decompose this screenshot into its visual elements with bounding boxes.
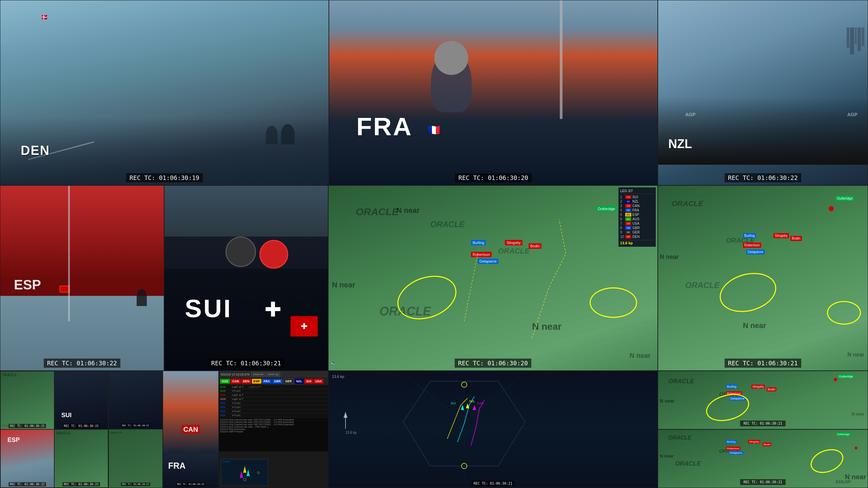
can-label: CAN (181, 425, 200, 434)
ctrl-btn-clock[interactable]: Clock Up (266, 372, 280, 377)
lb-row-8: 8 GB GBR (620, 226, 654, 230)
panel-aerial-bottom-right-1: ORACLE ORACLE N near N near Burling Slin… (658, 371, 868, 429)
lb-row-7: 7 US USA (620, 221, 654, 226)
bbl-bodin: Bodin (767, 387, 776, 391)
nnear-wm-2: N near (396, 206, 419, 215)
fra-small-rec: REC TC: 01:06:30:22 (176, 483, 205, 486)
lb-row-1: 1 CH SUI (620, 195, 654, 199)
flag-fra[interactable]: FRA (262, 379, 272, 384)
flag-aus[interactable]: AUS (220, 379, 230, 384)
nnear-wm-3: N near (532, 321, 561, 332)
bbl2-slingsby: Slingsby (748, 440, 760, 444)
svg-marker-2 (240, 471, 243, 478)
sailgp-wm: SAILGP (835, 480, 851, 484)
bc2-rec: REC TC: 01:06:30:22 (121, 483, 150, 486)
bc-panel-1: REC TC: 01:06:30:22 (109, 371, 162, 429)
bc2-oracle: ORACLE (111, 431, 122, 434)
svg-marker-16 (473, 405, 476, 410)
flag-usa[interactable]: USA (314, 379, 323, 384)
sp4-oracle: ORACLE (56, 431, 71, 435)
lb-row-2: 2 NZ NZL (620, 199, 654, 204)
ctrl-btn-show[interactable]: Show All (251, 372, 265, 377)
panel-map-top: ORACLE ORACLE ORACLE ORACLE N near N nea… (328, 185, 658, 371)
fra-flag: 🇫🇷 (428, 124, 440, 136)
aerial-br1-rec: REC TC: 01:06:30:21 (740, 421, 786, 426)
panel-den: DEN 🇩🇰 REC TC: 01:06:30:19 (0, 0, 329, 185)
flag-sui[interactable]: SUI (304, 379, 313, 384)
race-circle-2 (590, 287, 637, 318)
svg-marker-1 (246, 469, 250, 476)
bbl2-robertson: Robertson (726, 447, 741, 450)
boat-label-bodin: Bodin (529, 243, 541, 249)
sp1-rec: REC TC: 01:06:30:21 (8, 424, 46, 428)
small-grid-container: ORACLE N near REC TC: 01:06:30:21 SUI RE… (0, 371, 108, 488)
oracle-wm-2: ORACLE (430, 220, 465, 229)
svg-text:CAN: CAN (477, 402, 484, 405)
svg-text:SUI: SUI (451, 402, 456, 405)
nzl-boat-label: NZL (668, 137, 692, 151)
nnear-wm-r2: N near (743, 321, 766, 330)
flag-ger[interactable]: GER (283, 379, 294, 384)
boat-marker-br1 (834, 378, 837, 381)
boat-label-r-bodin: Bodin (790, 236, 802, 241)
svg-marker-12 (343, 412, 348, 418)
panel-fra-closeup: FRA 🇫🇷 REC TC: 01:06:30:20 (329, 0, 658, 185)
oracle-wm-1: ORACLE (356, 206, 399, 218)
svg-text:13.6 kp: 13.6 kp (346, 431, 357, 434)
main-layout: DEN 🇩🇰 REC TC: 01:06:30:19 FRA 🇫🇷 REC TC… (0, 0, 868, 488)
svg-text:NZL: NZL (469, 400, 475, 403)
flag-den[interactable]: DEN (241, 379, 251, 384)
boat-marker-br2 (855, 447, 857, 449)
nnear-br1-2: N near (852, 412, 864, 416)
volume-icon[interactable]: 🔈 (330, 360, 336, 365)
sp3-rec: REC TC: 01:06:30:22 (8, 482, 46, 486)
panel-fra-small: FRA REC TC: 01:06:30:22 CAN (163, 371, 219, 488)
nnear-wm-1: N near (332, 281, 355, 289)
svg-point-4 (257, 472, 259, 474)
lb-row-9: 9 DE GER (620, 230, 654, 235)
small-panel-1: ORACLE N near REC TC: 01:06:30:21 (0, 371, 54, 429)
race-circle-r2 (827, 301, 861, 325)
boat-label-burling: Burling (471, 240, 486, 246)
agp-logo-1: AGP (685, 112, 695, 117)
panel-sui-crew: SUI ✚ ✚ REC TC: 01:06:30:21 (164, 185, 328, 371)
nzl-rec-label: REC TC: 01:06:30:22 (725, 173, 801, 182)
boat-label-r-outteridge: Outteridge (835, 196, 854, 201)
lb-row-4: 4 FR FRA (620, 208, 654, 212)
boat-label-r-slingsby: Slingsby (773, 233, 789, 238)
sp3-boat-label: ESP (7, 436, 20, 444)
oracle-br1-1: ORACLE (668, 378, 694, 385)
sui-crew-rec-label: REC TC: 01:06:30:21 (208, 359, 284, 368)
flag-esp[interactable]: ESP (252, 379, 261, 384)
small-panel-4: ORACLE REC TC: 01:06:30:21 (54, 429, 108, 488)
panel-aerial-right-top: ORACLE ORACLE ORACLE N near N near N nea… (658, 185, 868, 371)
bbl2-bodin: Bodin (763, 443, 771, 446)
boat-marker-r (829, 206, 834, 211)
flag-gbr[interactable]: GBR (272, 379, 282, 384)
oracle-wm-r1: ORACLE (672, 199, 703, 208)
aerial-br2-rec: REC TC: 01:06:30:21 (740, 479, 786, 485)
nnear-br1: N near (660, 398, 675, 404)
sp1-oracle: ORACLE (2, 373, 17, 377)
den-rec-label: REC TC: 01:06:30:19 (126, 173, 203, 182)
flag-can[interactable]: CAN (231, 379, 241, 384)
svg-point-3 (243, 478, 246, 481)
leg-title: LEG 3/7 (620, 189, 654, 194)
bbl-burling: Burling (726, 385, 737, 389)
oracle-br2-3: ORACLE (675, 460, 701, 467)
panel-small-grid: ORACLE N near REC TC: 01:06:30:21 SUI RE… (0, 371, 108, 488)
sp4-rec: REC TC: 01:06:30:21 (62, 482, 100, 486)
sui-boat-text: SUI (185, 294, 232, 323)
oracle-br2-1: ORACLE (668, 435, 691, 441)
boat-label-r-delapierre: Delapierre (746, 249, 765, 255)
lb-row-10: 10 DK DEN (620, 235, 654, 239)
small-panel-3: ESP REC TC: 01:06:30:22 (0, 429, 54, 488)
sp2-boat-label: SUI (61, 412, 72, 419)
den-boat-label: DEN (21, 143, 50, 158)
boat-label-robertson: Robertson (471, 252, 492, 257)
flag-nzl[interactable]: NZL (295, 379, 304, 384)
panel-bottom-center-left: REC TC: 01:06:30:22 ORACLE REC TC: 01:06… (108, 371, 163, 488)
sp2-rec: REC TC: 01:06:30:22 (62, 424, 100, 428)
map-top-rec-label: REC TC: 01:06:30:20 (455, 359, 531, 368)
nnear-wm-4: N near (630, 352, 651, 360)
